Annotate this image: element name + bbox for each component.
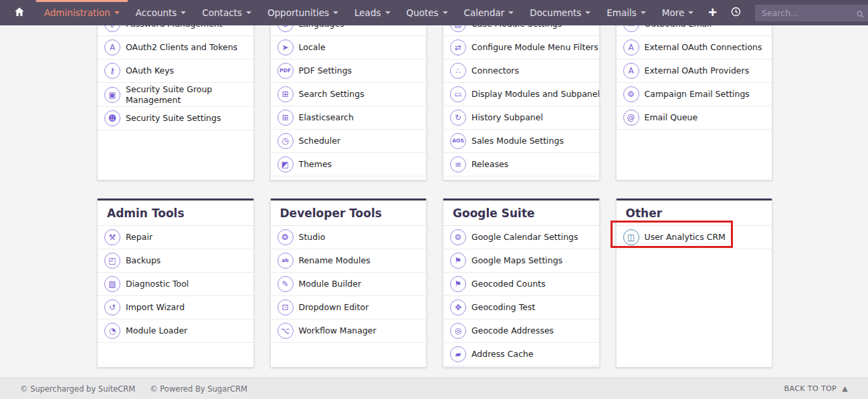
admin-link-search-settings[interactable]: ⊞Search Settings	[271, 83, 427, 106]
nav-item-emails[interactable]: Emails	[599, 0, 654, 25]
nav-item-documents[interactable]: Documents	[522, 0, 599, 25]
themes-icon: ◩	[278, 156, 294, 172]
admin-page-content: ⚷Password ManagementAOAuth2 Clients and …	[0, 12, 868, 368]
admin-link-studio[interactable]: ❂Studio	[271, 226, 427, 249]
admin-link-label: Import Wizard	[126, 302, 185, 313]
panel-item-list: ◫User Analytics CRM	[617, 226, 772, 249]
top-navbar: AdministrationAccountsContactsOpportunit…	[0, 0, 868, 25]
quick-create-button[interactable]: +	[701, 0, 724, 25]
import-icon: ↺	[104, 299, 120, 315]
box-icon: ◰	[104, 253, 120, 269]
admin-link-label: Diagnostic Tool	[126, 279, 189, 289]
admin-link-elasticsearch[interactable]: ⊞Elasticsearch	[271, 106, 427, 130]
nav-item-label: Contacts	[202, 7, 242, 18]
admin-link-external-oauth-providers[interactable]: AExternal OAuth Providers	[617, 59, 772, 83]
admin-link-workflow-manager[interactable]: ⌥Workflow Manager	[271, 319, 427, 343]
admin-link-address-cache[interactable]: ▰Address Cache	[443, 343, 599, 366]
panel-developer-tools: Developer Tools❂StudioabRename Modules✎M…	[270, 198, 427, 368]
nav-item-accounts[interactable]: Accounts	[128, 0, 195, 25]
admin-link-repair[interactable]: ⚒Repair	[98, 226, 253, 249]
key-icon: ⚷	[104, 63, 120, 79]
admin-link-history-subpanel[interactable]: ↻History Subpanel	[443, 106, 599, 130]
admin-link-diagnostic-tool[interactable]: ▧Diagnostic Tool	[98, 273, 253, 296]
nav-item-calendar[interactable]: Calendar	[456, 0, 522, 25]
admin-link-oauth-keys[interactable]: ⚷OAuth Keys	[98, 59, 253, 83]
admin-link-label: Connectors	[471, 65, 519, 76]
search-input[interactable]	[755, 5, 868, 21]
admin-link-configure-module-menu-filters[interactable]: ⇄Configure Module Menu Filters	[443, 36, 599, 59]
admin-link-oauth2-clients-and-tokens[interactable]: AOAuth2 Clients and Tokens	[98, 36, 253, 59]
admin-link-label: Search Settings	[299, 89, 364, 100]
search-icon	[856, 9, 865, 21]
admin-link-module-loader[interactable]: ◔Module Loader	[98, 319, 253, 343]
back-to-top-link[interactable]: BACK TO TOP ▲	[784, 384, 848, 393]
admin-link-label: Google Maps Settings	[471, 255, 562, 266]
admin-link-campaign-email-settings[interactable]: ⚙Campaign Email Settings	[617, 83, 772, 106]
admin-link-dropdown-editor[interactable]: ⊡Dropdown Editor	[271, 296, 427, 319]
nav-item-label: Opportunities	[267, 7, 329, 18]
panel-item-list: ❂StudioabRename Modules✎Module Builder⊡D…	[271, 226, 427, 343]
map-pin-icon: ⚑	[450, 276, 466, 292]
connectors-icon: ∴	[450, 63, 466, 79]
up-triangle-icon: ▲	[842, 384, 848, 393]
loader-icon: ◔	[104, 323, 120, 339]
admin-link-sales-module-settings[interactable]: AOSSales Module Settings	[443, 130, 599, 153]
admin-link-display-modules-and-subpanels[interactable]: ▭Display Modules and Subpanels	[443, 83, 599, 106]
admin-link-label: Security Suite Settings	[126, 113, 221, 124]
admin-link-label: Configure Module Menu Filters	[471, 42, 599, 53]
chevron-down-icon	[641, 11, 646, 14]
chevron-down-icon	[181, 11, 186, 14]
oauth-a-icon: A	[623, 63, 639, 79]
nav-item-contacts[interactable]: Contacts	[194, 0, 259, 25]
nav-item-leads[interactable]: Leads	[346, 0, 398, 25]
admin-link-security-suite-settings[interactable]: ☻Security Suite Settings	[98, 107, 253, 130]
admin-link-geocoded-counts[interactable]: ⚑Geocoded Counts	[443, 273, 599, 296]
nav-item-more[interactable]: More	[654, 0, 701, 25]
nav-item-label: More	[662, 7, 684, 18]
admin-link-external-oauth-connections[interactable]: AExternal OAuth Connections	[617, 36, 772, 59]
chevron-down-icon	[114, 11, 120, 14]
wrench-icon: ⚒	[104, 229, 120, 245]
admin-link-pdf-settings[interactable]: PDFPDF Settings	[271, 59, 427, 83]
admin-link-label: Releases	[471, 159, 508, 170]
nav-home[interactable]	[0, 0, 36, 25]
admin-link-label: Email Queue	[645, 112, 698, 123]
admin-link-label: Locale	[299, 42, 326, 53]
snail-icon: @	[623, 110, 639, 126]
panel-item-list: ▤Case Module Settings⇄Configure Module M…	[443, 13, 599, 176]
history-clock-icon	[730, 6, 742, 19]
admin-link-locale[interactable]: ➤Locale	[271, 36, 427, 59]
diagnostic-icon: ▧	[104, 276, 120, 292]
recently-viewed-button[interactable]	[724, 0, 748, 25]
admin-link-backups[interactable]: ◰Backups	[98, 249, 253, 273]
admin-link-themes[interactable]: ◩Themes	[271, 153, 427, 176]
admin-link-geocode-addresses[interactable]: ◎Geocode Addresses	[443, 319, 599, 343]
admin-link-releases[interactable]: ≡Releases	[443, 153, 599, 176]
admin-link-google-maps-settings[interactable]: ⚑Google Maps Settings	[443, 249, 599, 273]
nav-item-label: Quotes	[407, 7, 439, 18]
admin-link-module-builder[interactable]: ✎Module Builder	[271, 273, 427, 296]
admin-link-security-suite-group-management[interactable]: ▣Security Suite Group Management	[98, 83, 253, 107]
admin-link-import-wizard[interactable]: ↺Import Wizard	[98, 296, 253, 319]
admin-link-label: Rename Modules	[299, 255, 370, 266]
admin-link-label: History Subpanel	[471, 112, 543, 123]
nav-item-quotes[interactable]: Quotes	[399, 0, 456, 25]
chevron-down-icon	[333, 11, 338, 14]
admin-link-rename-modules[interactable]: abRename Modules	[271, 249, 427, 273]
admin-link-label: Studio	[299, 232, 326, 243]
admin-link-label: Google Calendar Settings	[471, 232, 578, 243]
admin-link-label: PDF Settings	[299, 65, 352, 76]
admin-link-google-calendar-settings[interactable]: ⚙Google Calendar Settings	[443, 226, 599, 249]
nav-item-opportunities[interactable]: Opportunities	[259, 0, 346, 25]
admin-link-scheduler[interactable]: ◷Scheduler	[271, 130, 427, 153]
admin-link-connectors[interactable]: ∴Connectors	[443, 59, 599, 83]
nav-item-administration[interactable]: Administration	[36, 0, 128, 25]
lock-icon: ▣	[104, 87, 120, 103]
panel-column-3: ▤Case Module Settings⇄Configure Module M…	[443, 12, 600, 180]
admin-link-geocoding-test[interactable]: ✥Geocoding Test	[443, 296, 599, 319]
nav-item-label: Accounts	[136, 7, 177, 18]
admin-link-user-analytics-crm[interactable]: ◫User Analytics CRM	[617, 226, 772, 249]
admin-link-label: Module Loader	[126, 325, 187, 336]
admin-link-label: Workflow Manager	[299, 325, 376, 336]
admin-link-email-queue[interactable]: @Email Queue	[617, 106, 772, 130]
